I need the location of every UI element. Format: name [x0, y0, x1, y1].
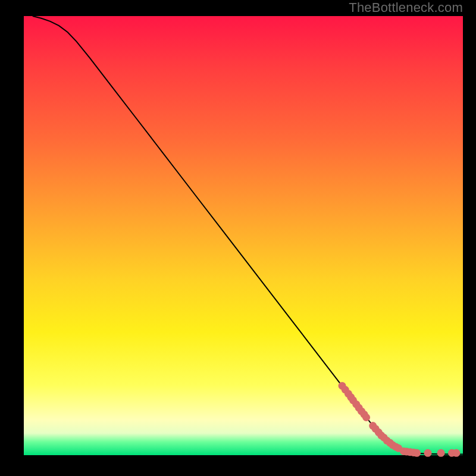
scatter-dots — [339, 382, 461, 457]
data-point — [437, 449, 445, 457]
plot-area — [24, 16, 463, 455]
curve-layer — [24, 16, 463, 455]
data-point — [424, 449, 432, 457]
chart-frame: TheBottleneck.com — [0, 0, 476, 476]
watermark-text: TheBottleneck.com — [349, 0, 463, 15]
data-point — [362, 414, 370, 421]
data-point — [413, 449, 421, 457]
data-point — [452, 449, 460, 457]
bottleneck-curve — [33, 16, 463, 455]
